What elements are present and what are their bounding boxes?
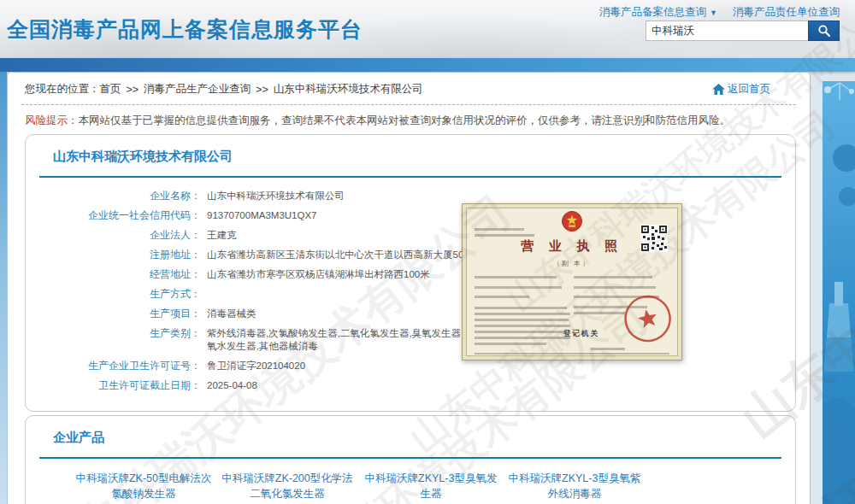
product-link[interactable]: 中科瑞沃牌ZKYL-3型臭氧发生器 xyxy=(363,471,499,501)
site-title: 全国消毒产品网上备案信息服务平台 xyxy=(7,15,363,44)
license-subtitle: （副 本） xyxy=(463,259,681,268)
field-label: 生产项目： xyxy=(26,308,201,320)
search-bar xyxy=(646,21,840,41)
nav-link-label: 消毒产品备案信息查询 xyxy=(599,5,706,20)
chemistry-background-image xyxy=(823,81,855,504)
field-label: 注册地址： xyxy=(26,249,201,261)
products-title: 企业产品 xyxy=(53,430,795,446)
field-row: 生产企业卫生许可证号：鲁卫消证字202104020 xyxy=(26,360,795,372)
field-value: 鲁卫消证字202104020 xyxy=(207,360,305,372)
red-seal-icon xyxy=(618,290,678,352)
field-label: 生产方式： xyxy=(26,288,201,301)
company-info-card: 山东中科瑞沃环境技术有限公司 企业名称：山东中科瑞沃环境技术有限公司 企业统一社… xyxy=(25,134,796,412)
nav-record-info-query[interactable]: 消毒产品备案信息查询 ▼ xyxy=(599,5,717,20)
field-label: 生产企业卫生许可证号： xyxy=(26,360,201,372)
field-label: 企业统一社会信用代码： xyxy=(26,209,201,222)
field-label: 企业名称： xyxy=(26,190,201,202)
products-card: 企业产品 中科瑞沃牌ZK-50型电解法次氯酸钠发生器 中科瑞沃牌ZK-200型化… xyxy=(25,415,796,504)
field-value: 王建克 xyxy=(207,229,237,242)
chevron-down-icon: ▼ xyxy=(710,9,717,17)
product-link[interactable]: 中科瑞沃牌ZKYL-3型臭氧紫外线消毒器 xyxy=(506,471,643,501)
back-home-label: 返回首页 xyxy=(728,82,770,97)
field-label: 经营地址： xyxy=(26,268,201,281)
section-rule xyxy=(39,176,781,178)
field-value: 山东省潍坊高新区玉清东街以北中心次干道以西高新大厦502房间 xyxy=(207,249,489,261)
business-license-image: 营 业 执 照 （副 本） xyxy=(462,203,682,360)
home-icon xyxy=(712,84,725,95)
product-link[interactable]: 中科瑞沃牌ZK-50型电解法次氯酸钠发生器 xyxy=(75,471,212,501)
field-label: 卫生许可证截止日期： xyxy=(26,379,201,392)
qr-code xyxy=(640,225,668,255)
field-label: 生产类别： xyxy=(26,327,201,353)
field-value: 山东省潍坊市寒亭区双杨店镇湖淋埠出村路西100米 xyxy=(207,268,430,281)
nav-responsible-unit-query[interactable]: 消毒产品责任单位查询 xyxy=(733,5,840,20)
breadcrumb-separator: >> xyxy=(256,84,268,96)
breadcrumb-current: 山东中科瑞沃环境技术有限公司 xyxy=(274,82,423,97)
search-input[interactable] xyxy=(646,21,808,41)
search-button[interactable] xyxy=(808,21,840,41)
field-label: 企业法人： xyxy=(26,229,201,242)
header-accent-bar xyxy=(0,58,855,72)
page-header: 全国消毒产品网上备案信息服务平台 消毒产品备案信息查询 ▼ 消毒产品责任单位查询 xyxy=(0,0,855,58)
breadcrumb-prefix: 您现在的位置： xyxy=(25,82,100,97)
field-row: 卫生许可证截止日期：2025-04-08 xyxy=(26,379,795,392)
company-title: 山东中科瑞沃环境技术有限公司 xyxy=(53,149,795,165)
license-footer-label: 登记机关 xyxy=(563,329,599,339)
product-link[interactable]: 中科瑞沃牌ZK-200型化学法二氧化氯发生器 xyxy=(219,471,356,501)
risk-notice-label: 风险提示： xyxy=(25,114,79,126)
risk-notice: 风险提示：本网站仅基于已掌握的信息提供查询服务，查询结果不代表本网站对被查询对象… xyxy=(25,114,794,127)
breadcrumb-home-link[interactable]: 首页 xyxy=(100,82,121,97)
section-rule xyxy=(39,457,781,459)
divider xyxy=(21,104,796,105)
search-icon xyxy=(817,24,831,38)
field-value: 消毒器械类 xyxy=(207,308,256,320)
product-list: 中科瑞沃牌ZK-50型电解法次氯酸钠发生器 中科瑞沃牌ZK-200型化学法二氧化… xyxy=(75,471,795,501)
left-background-strip xyxy=(0,72,7,504)
risk-notice-text: 本网站仅基于已掌握的信息提供查询服务，查询结果不代表本网站对被查询对象信用状况的… xyxy=(79,114,731,126)
field-value: 紫外线消毒器,次氯酸钠发生器,二氧化氯发生器,臭氧发生器、臭氧水发生器,其他器械… xyxy=(207,327,489,353)
field-value: 91370700MA3M3U1QX7 xyxy=(207,209,317,222)
back-home-link[interactable]: 返回首页 xyxy=(712,82,770,97)
field-value: 2025-04-08 xyxy=(207,379,257,392)
national-emblem-icon xyxy=(561,210,583,236)
field-row: 企业名称：山东中科瑞沃环境技术有限公司 xyxy=(26,190,795,202)
breadcrumb-separator: >> xyxy=(127,84,139,96)
nav-link-label: 消毒产品责任单位查询 xyxy=(733,5,840,20)
field-value: 山东中科瑞沃环境技术有限公司 xyxy=(207,190,345,202)
breadcrumb: 您现在的位置： 首页 >> 消毒产品生产企业查询 >> 山东中科瑞沃环境技术有限… xyxy=(8,73,810,103)
main-content-panel: 您现在的位置： 首页 >> 消毒产品生产企业查询 >> 山东中科瑞沃环境技术有限… xyxy=(7,72,811,504)
breadcrumb-enterprise-query-link[interactable]: 消毒产品生产企业查询 xyxy=(144,82,251,97)
top-nav: 消毒产品备案信息查询 ▼ 消毒产品责任单位查询 xyxy=(599,5,840,20)
